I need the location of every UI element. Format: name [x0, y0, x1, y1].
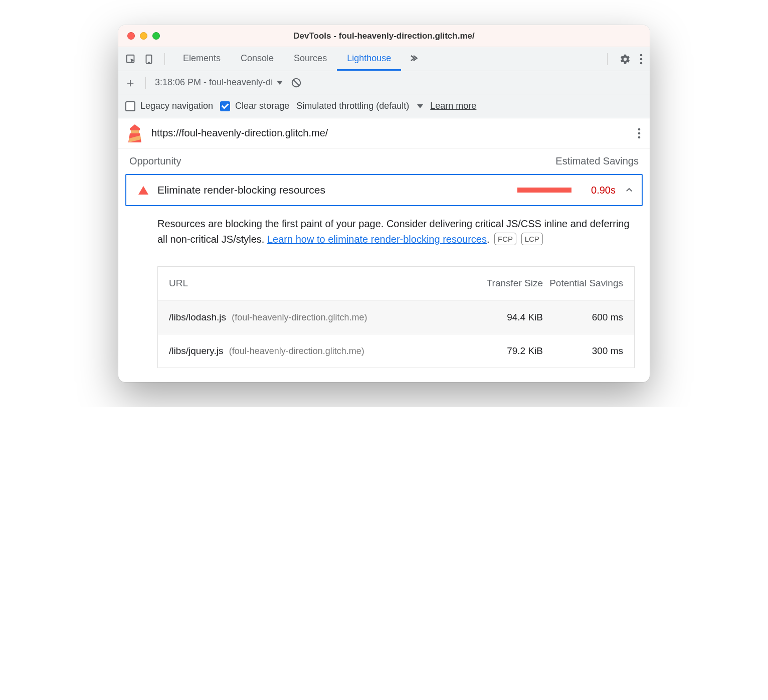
more-menu-icon[interactable]: [640, 54, 643, 65]
traffic-lights: [118, 32, 160, 40]
window-title: DevTools - foul-heavenly-direction.glitc…: [118, 31, 650, 41]
divider: [145, 77, 146, 89]
lighthouse-icon: [127, 124, 142, 142]
divider: [607, 53, 608, 65]
throttling-label: Simulated throttling (default): [296, 101, 409, 111]
desc-learn-link[interactable]: Learn how to eliminate render-blocking r…: [267, 234, 487, 245]
audit-description: Resources are blocking the first paint o…: [118, 206, 650, 252]
report-header: https://foul-heavenly-direction.glitch.m…: [118, 118, 650, 148]
tab-console[interactable]: Console: [231, 47, 284, 71]
lcp-badge: LCP: [521, 233, 543, 245]
table-head: URL Transfer Size Potential Savings: [158, 267, 634, 300]
svg-point-5: [640, 62, 643, 64]
learn-more-link[interactable]: Learn more: [430, 101, 476, 111]
svg-line-7: [294, 80, 299, 85]
estimated-savings-label: Estimated Savings: [555, 155, 639, 167]
audit-savings-value: 0.90s: [581, 185, 616, 196]
svg-rect-9: [131, 130, 139, 133]
report-menu-icon[interactable]: [638, 128, 641, 139]
opportunity-header: Opportunity Estimated Savings: [118, 148, 650, 172]
minimize-window-button[interactable]: [140, 32, 147, 40]
report-label: 3:18:06 PM - foul-heavenly-di: [155, 77, 273, 88]
report-selector[interactable]: 3:18:06 PM - foul-heavenly-di: [155, 77, 283, 88]
desc-post: .: [487, 234, 490, 245]
caret-down-icon: [277, 81, 283, 85]
options-bar: Legacy navigation Clear storage Simulate…: [118, 94, 650, 118]
close-window-button[interactable]: [127, 32, 135, 40]
clear-storage-label: Clear storage: [235, 101, 289, 111]
table-row: /libs/jquery.js (foul-heavenly-direction…: [158, 334, 634, 368]
device-toolbar-icon[interactable]: [143, 54, 154, 65]
lighthouse-toolbar: ＋ 3:18:06 PM - foul-heavenly-di: [118, 71, 650, 94]
block-icon[interactable]: [291, 77, 302, 88]
th-size: Transfer Size: [468, 277, 543, 290]
settings-icon[interactable]: [620, 54, 631, 65]
throttling-select[interactable]: Simulated throttling (default): [296, 101, 423, 111]
svg-point-13: [638, 132, 641, 134]
titlebar: DevTools - foul-heavenly-direction.glitc…: [118, 25, 650, 47]
tabs-overflow-icon[interactable]: [401, 47, 425, 71]
cell-size: 79.2 KiB: [468, 345, 543, 357]
fail-triangle-icon: [138, 186, 148, 195]
tab-elements[interactable]: Elements: [173, 47, 231, 71]
caret-down-icon: [417, 104, 423, 108]
checkbox-box: [220, 101, 230, 111]
svg-rect-0: [127, 55, 134, 62]
svg-point-14: [638, 136, 641, 138]
audit-title: Eliminate render-blocking resources: [157, 184, 325, 196]
cell-size: 94.4 KiB: [468, 312, 543, 323]
svg-point-3: [640, 54, 643, 56]
cell-url: /libs/jquery.js (foul-heavenly-direction…: [169, 345, 468, 357]
devtools-window: DevTools - foul-heavenly-direction.glitc…: [118, 25, 650, 382]
savings-bar: [517, 188, 571, 193]
report-url: https://foul-heavenly-direction.glitch.m…: [151, 127, 328, 139]
opportunity-label: Opportunity: [129, 155, 181, 167]
th-savings: Potential Savings: [543, 277, 623, 290]
cell-savings: 300 ms: [543, 345, 623, 357]
svg-point-12: [638, 128, 641, 130]
divider: [164, 53, 165, 65]
panel-tabs: Elements Console Sources Lighthouse: [173, 47, 425, 71]
inspect-element-icon[interactable]: [125, 54, 136, 65]
th-url: URL: [169, 278, 468, 289]
tab-lighthouse[interactable]: Lighthouse: [337, 47, 401, 71]
svg-point-4: [640, 58, 643, 60]
cell-savings: 600 ms: [543, 312, 623, 323]
svg-marker-8: [130, 124, 140, 130]
new-report-button[interactable]: ＋: [124, 75, 136, 91]
zoom-window-button[interactable]: [152, 32, 160, 40]
fcp-badge: FCP: [494, 233, 516, 245]
resources-table: URL Transfer Size Potential Savings /lib…: [157, 266, 635, 368]
chevron-up-icon: [625, 186, 634, 195]
audit-render-blocking[interactable]: Eliminate render-blocking resources 0.90…: [125, 174, 643, 206]
legacy-nav-label: Legacy navigation: [140, 101, 213, 111]
cell-url: /libs/lodash.js (foul-heavenly-direction…: [169, 312, 468, 323]
tabs-row: Elements Console Sources Lighthouse: [118, 47, 650, 71]
table-row: /libs/lodash.js (foul-heavenly-direction…: [158, 300, 634, 334]
checkbox-box: [125, 101, 135, 111]
clear-storage-checkbox[interactable]: Clear storage: [220, 101, 289, 111]
tab-sources[interactable]: Sources: [284, 47, 337, 71]
legacy-nav-checkbox[interactable]: Legacy navigation: [125, 101, 213, 111]
